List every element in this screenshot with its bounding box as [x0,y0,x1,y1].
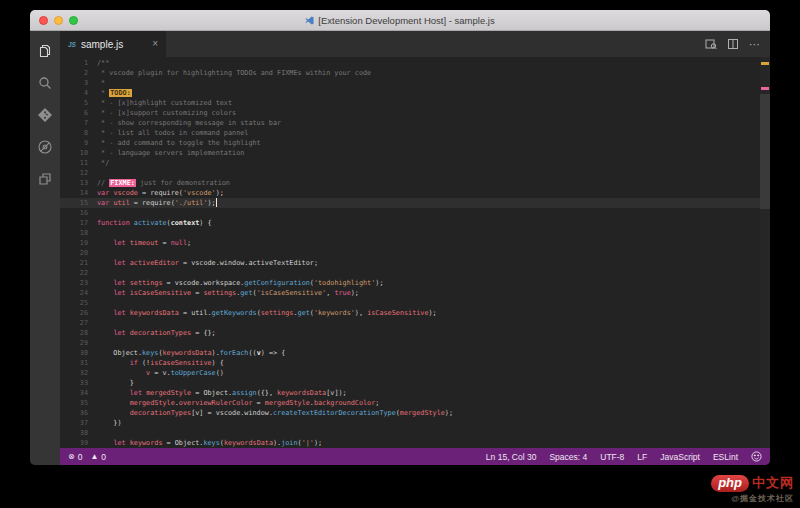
line-number: 10 [60,148,97,158]
error-count[interactable]: ⊗ 0 [68,452,82,462]
desktop: [Extension Development Host] - sample.js [0,0,800,508]
search-icon[interactable] [37,75,53,91]
code-token: // [97,179,109,187]
indentation[interactable]: Spaces: 4 [549,452,587,462]
code-token: timeout [130,239,159,247]
tab-sample-js[interactable]: JS sample.js × [60,31,166,57]
line-number: 8 [60,128,97,138]
code-token [97,439,113,447]
code-token: ); [208,199,216,207]
code-line[interactable]: 21 let activeEditor = vscode.window.acti… [60,258,760,268]
code-line[interactable]: 28 let decorationTypes = {}; [60,328,760,338]
code-token: let [113,239,125,247]
code-line[interactable]: 13// FIXME: just for demonstration [60,178,760,188]
code-line[interactable]: 7 * - show corresponding message in stat… [60,118,760,128]
code-token: mergedStyle [400,409,445,417]
code-line[interactable]: 19 let timeout = null; [60,238,760,248]
code-text: let keywords = Object.keys(keywordsData)… [97,438,760,448]
code-line[interactable]: 3 * [60,78,760,88]
code-line[interactable]: 31 if (!isCaseSensitive) { [60,358,760,368]
code-line[interactable]: 14var vscode = require('vscode'); [60,188,760,198]
split-editor-icon[interactable] [727,38,739,50]
code-token: * [97,79,105,87]
encoding[interactable]: UTF-8 [600,452,624,462]
code-token: isCaseSensitive [130,289,191,297]
code-line[interactable]: 38 [60,428,760,438]
watermark-subtitle: @掘金技术社区 [731,493,794,504]
cursor-position[interactable]: Ln 15, Col 30 [486,452,537,462]
code-token: ); [314,439,322,447]
code-line[interactable]: 6 * - [x]support customizing colors [60,108,760,118]
linter-status[interactable]: ESLint [713,452,738,462]
extensions-icon[interactable] [37,171,53,187]
code-line[interactable]: 34 let mergedStyle = Object.assign({}, k… [60,388,760,398]
code-line[interactable]: 9 * - add command to toggle the highligh… [60,138,760,148]
code-line[interactable]: 29 [60,338,760,348]
eol-sequence[interactable]: LF [637,452,647,462]
code-token: keywordsData [162,349,211,357]
open-preview-icon[interactable] [705,38,717,50]
warning-count[interactable]: ▲ 0 [90,452,106,462]
code-text [97,228,760,238]
code-line[interactable]: 30 Object.keys(keywordsData).forEach((v)… [60,348,760,358]
code-line[interactable]: 11 */ [60,158,760,168]
code-token: ); [375,279,383,287]
code-text: // FIXME: just for demonstration [97,178,760,188]
code-line[interactable]: 18 [60,228,760,238]
line-number: 17 [60,218,97,228]
code-token: getConfiguration [244,279,309,287]
line-number: 19 [60,238,97,248]
code-line[interactable]: 23 let settings = vscode.workspace.getCo… [60,278,760,288]
code-token: let [113,309,125,317]
explorer-icon[interactable] [37,43,53,59]
code-text: } [97,378,760,388]
code-editor[interactable]: 1/**2 * vscode plugin for highlighting T… [60,57,770,448]
code-token: TODO: [109,89,131,97]
line-number: 12 [60,168,97,178]
code-line[interactable]: 4 * TODO: [60,88,760,98]
line-number: 1 [60,58,97,68]
line-number: 24 [60,288,97,298]
code-line[interactable]: 25 [60,298,760,308]
code-line[interactable]: 15var util = require('./util'); [60,198,760,208]
code-line[interactable]: 16 [60,208,760,218]
code-token [97,409,130,417]
code-line[interactable]: 26 let keywordsData = util.getKeywords(s… [60,308,760,318]
code-line[interactable]: 10 * - language servers implementation [60,148,760,158]
more-actions-icon[interactable]: ⋯ [749,39,760,50]
code-token: getKeywords [212,309,257,317]
code-token: keywordsData [277,389,326,397]
code-text: decorationTypes[v] = vscode.window.creat… [97,408,760,418]
code-line[interactable]: 20 [60,248,760,258]
code-token: let [113,279,125,287]
code-token: backgroundColor [314,399,375,407]
code-line[interactable]: 17function activate(context) { [60,218,760,228]
watermark-site-name: 中文网 [752,474,794,492]
code-line[interactable]: 1/** [60,58,760,68]
code-line[interactable]: 35 mergedStyle.overviewRulerColor = merg… [60,398,760,408]
code-line[interactable]: 24 let isCaseSensitive = settings.get('i… [60,288,760,298]
code-line[interactable]: 33 } [60,378,760,388]
code-line[interactable]: 12 [60,168,760,178]
code-token: var [97,189,109,197]
code-line[interactable]: 5 * - [x]highlight customized text [60,98,760,108]
code-line[interactable]: 32 v = v.toUpperCase() [60,368,760,378]
debug-icon[interactable] [37,139,53,155]
code-line[interactable]: 8 * - list all todos in command pannel [60,128,760,138]
line-number: 37 [60,418,97,428]
code-line[interactable]: 22 [60,268,760,278]
code-token [97,279,113,287]
feedback-smiley-icon[interactable] [751,451,762,462]
source-control-icon[interactable] [37,107,53,123]
code-line[interactable]: 36 decorationTypes[v] = vscode.window.cr… [60,408,760,418]
tab-close-icon[interactable]: × [152,39,158,49]
line-number: 33 [60,378,97,388]
line-number: 6 [60,108,97,118]
code-line[interactable]: 27 [60,318,760,328]
code-line[interactable]: 2 * vscode plugin for highlighting TODOs… [60,68,760,78]
code-token [97,359,130,367]
code-line[interactable]: 39 let keywords = Object.keys(keywordsDa… [60,438,760,448]
code-line[interactable]: 37 }) [60,418,760,428]
language-mode[interactable]: JavaScript [660,452,700,462]
scrollbar-thumb[interactable] [760,94,770,209]
